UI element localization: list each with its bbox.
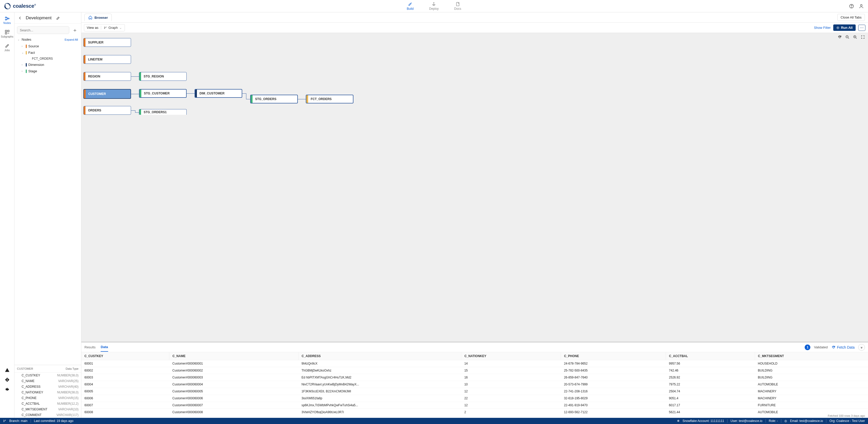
rail-nodes[interactable]: Nodes (0, 14, 14, 26)
node-dim-customer[interactable]: DIM_CUSTOMER (195, 89, 242, 98)
svg-point-13 (106, 27, 106, 27)
warning-icon[interactable] (5, 367, 10, 372)
view-as-select[interactable]: View as Graph ⌄ (84, 24, 125, 31)
run-all-button[interactable]: Run All (833, 25, 856, 31)
colprev-row[interactable]: C_ADDRESSVARCHAR(40) (14, 384, 81, 390)
node-customer[interactable]: CUSTOMER (84, 89, 131, 99)
git-icon[interactable] (5, 377, 10, 382)
fullscreen-icon[interactable] (861, 35, 865, 39)
settings-icon[interactable] (5, 387, 10, 392)
email-icon: ◎ (784, 419, 787, 423)
col-type: NUMBER(38,0) (50, 373, 79, 377)
side-panel: Development ＋ ⌄ Nodes Expand All ›Source… (14, 12, 81, 418)
tree-source[interactable]: ›Source (16, 43, 80, 50)
colprev-row[interactable]: C_NAMEVARCHAR(25) (14, 378, 81, 384)
node-lineitem[interactable]: LINEITEM (84, 55, 131, 64)
refresh-icon[interactable] (838, 35, 842, 39)
grid-cell: 60001 (81, 360, 169, 367)
graph-canvas[interactable]: SUPPLIER LINEITEM REGION STG_REGION CUST… (81, 33, 868, 342)
tree-caret-icon[interactable]: ⌄ (18, 38, 20, 41)
show-filter-link[interactable]: Show Filter (814, 26, 831, 30)
grid-col-header[interactable]: C_PHONE (561, 352, 666, 360)
home-icon (88, 15, 92, 20)
colprev-row[interactable]: C_COMMENTVARCHAR(117) (14, 412, 81, 418)
expand-all-link[interactable]: Expand All (65, 38, 78, 41)
grid-row[interactable]: 60001Customer#0000600019Ii4zQn9cX1424-67… (81, 360, 868, 367)
rail-jobs[interactable]: Jobs (0, 42, 14, 53)
search-input[interactable] (17, 26, 69, 34)
back-icon[interactable] (18, 16, 22, 20)
node-stg-customer[interactable]: STG_CUSTOMER (139, 89, 187, 98)
grid-cell: 25-782-500-8435 (561, 367, 666, 374)
edit-icon[interactable] (56, 16, 60, 20)
grid-cell: BUILDING (755, 367, 868, 374)
grid-row[interactable]: 60006Customer#0000600063isiXW651fa8p2232… (81, 395, 868, 402)
node-supplier[interactable]: SUPPLIER (84, 38, 131, 47)
grid-col-header[interactable]: C_NAME (169, 352, 299, 360)
grid-row[interactable]: 60008Customer#0000600083VteHZYOfbqQioA96… (81, 409, 868, 414)
colprev-row[interactable]: C_ACCTBALNUMBER(12,2) (14, 401, 81, 406)
tree-stage[interactable]: ›Stage (16, 68, 80, 74)
topbar: coalesce® Build Deploy Docs (0, 0, 868, 12)
grid-col-header[interactable]: C_ADDRESS (298, 352, 461, 360)
node-customer-label: CUSTOMER (88, 92, 106, 96)
node-stg-orders[interactable]: STG_ORDERS (250, 95, 298, 103)
node-region[interactable]: REGION (84, 72, 131, 81)
tree-fact[interactable]: ⌄Fact (16, 50, 80, 56)
zoom-in-icon[interactable] (853, 35, 857, 39)
colprev-row[interactable]: C_CUSTKEYNUMBER(38,0) (14, 372, 81, 378)
fetch-data-button[interactable]: Fetch Data (832, 345, 855, 349)
add-button[interactable]: ＋ (71, 27, 79, 34)
grid-col-header[interactable]: C_ACCTBAL (666, 352, 755, 360)
nav-deploy[interactable]: Deploy (429, 2, 439, 10)
tab-browser[interactable]: Browser (85, 13, 112, 21)
grid-col-header[interactable]: C_CUSTKEY (81, 352, 169, 360)
edge (135, 112, 139, 113)
run-more-button[interactable]: ⋯ (858, 25, 865, 31)
tab-results[interactable]: Results (85, 343, 95, 352)
grid-col-header[interactable]: C_MKTSEGMENT (755, 352, 868, 360)
nav-docs[interactable]: Docs (454, 2, 461, 10)
help-icon[interactable] (849, 4, 854, 9)
top-nav: Build Deploy Docs (407, 2, 461, 10)
zoom-out-icon[interactable] (845, 35, 849, 39)
tab-browser-label: Browser (94, 16, 108, 20)
user-icon[interactable] (859, 4, 864, 9)
grid-row[interactable]: 60002Customer#000060002ThGBMjDwKzkoOxhz1… (81, 367, 868, 374)
grid-cell: NivCT2RVaavI,yUnKwBjDyMvB42WayX... (298, 381, 461, 388)
colprev-row[interactable]: C_PHONEVARCHAR(15) (14, 395, 81, 401)
node-orders[interactable]: ORDERS (84, 106, 131, 115)
brand: coalesce® (4, 3, 36, 9)
grid-col-header[interactable]: C_NATIONKEY (461, 352, 561, 360)
close-all-tabs-button[interactable]: Close All Tabs (837, 14, 865, 21)
col-name: C_ADDRESS (17, 385, 50, 389)
refresh-icon (832, 345, 836, 349)
data-grid[interactable]: C_CUSTKEYC_NAMEC_ADDRESSC_NATIONKEYC_PHO… (81, 352, 868, 414)
status-branch[interactable]: Branch: main (9, 419, 28, 423)
tree-dimension[interactable]: ›Dimension (16, 62, 80, 68)
tree-fct-orders[interactable]: FCT_ORDERS (16, 56, 80, 62)
status-email: Email: test@coalesce.io (790, 419, 823, 423)
rail-subgraphs[interactable]: Subgraphs (0, 28, 14, 40)
nav-build[interactable]: Build (407, 2, 414, 10)
node-stg-orders1[interactable]: STG_ORDERS1 (139, 109, 187, 115)
grid-row[interactable]: 60004Customer#000060004NivCT2RVaavI,yUnK… (81, 381, 868, 388)
expand-pane-button[interactable] (858, 344, 865, 351)
grid-row[interactable]: 60005Customer#0000600051F3KM3ccEXEtI, B2… (81, 388, 868, 395)
node-fct-orders[interactable]: FCT_ORDERS (306, 95, 353, 103)
colprev-row[interactable]: C_NATIONKEYNUMBER(38,0) (14, 390, 81, 395)
workspace-bar: View as Graph ⌄ Show Filter Run All ⋯ (81, 23, 868, 33)
grid-row[interactable]: 60007Customer#000060007sp6KJmx,TiSWbMPvh… (81, 402, 868, 409)
node-stg-region[interactable]: STG_REGION (139, 72, 187, 81)
tab-data[interactable]: Data (101, 343, 108, 352)
search-row: ＋ (14, 24, 81, 36)
grid-cell: 5621.44 (666, 409, 755, 414)
colprev-row[interactable]: C_MKTSEGMENTVARCHAR(10) (14, 406, 81, 412)
colprev-head-type: Data Type (53, 365, 81, 372)
grid-cell: 742.46 (666, 367, 755, 374)
grid-cell: MACHINERY (755, 388, 868, 395)
edge (131, 110, 135, 111)
data-pane-right: 1 Validated Fetch Data (805, 344, 865, 351)
grid-row[interactable]: 60003Customer#000060003Ed hbPtTXMTAsgGhC… (81, 374, 868, 381)
col-type: NUMBER(12,2) (50, 402, 79, 405)
